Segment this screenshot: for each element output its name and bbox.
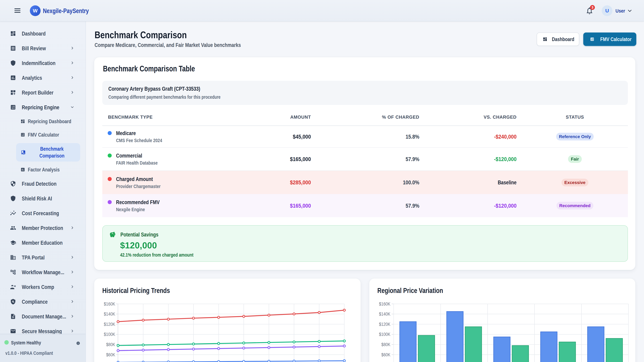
svg-text:$60K: $60K — [106, 352, 115, 357]
svg-text:$140K: $140K — [104, 311, 115, 317]
svg-text:$160K: $160K — [104, 301, 115, 307]
svg-text:$60K: $60K — [381, 352, 390, 357]
svg-text:$100K: $100K — [104, 332, 115, 337]
svg-text:$120K: $120K — [379, 322, 390, 327]
svg-text:$120K: $120K — [104, 322, 115, 327]
svg-text:$80K: $80K — [381, 342, 390, 347]
svg-text:$100K: $100K — [379, 332, 390, 337]
svg-text:$160K: $160K — [379, 301, 390, 307]
svg-text:$80K: $80K — [106, 342, 115, 347]
svg-text:$140K: $140K — [379, 311, 390, 317]
